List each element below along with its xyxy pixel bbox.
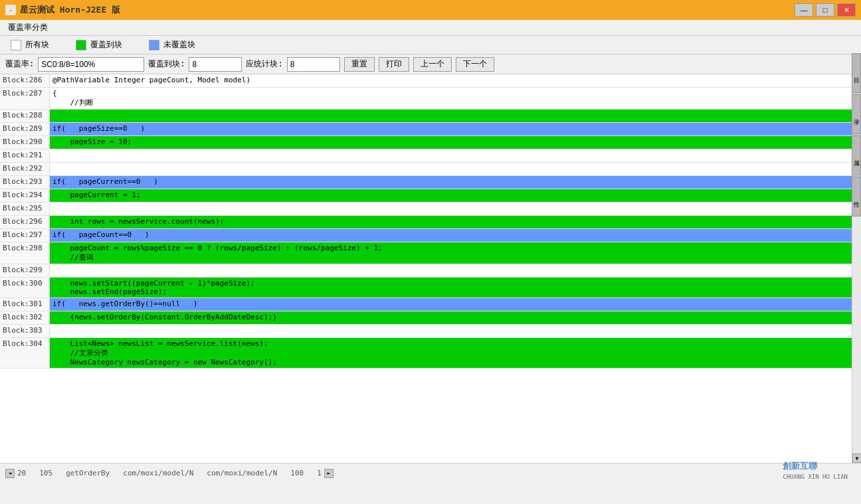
prev-button[interactable]: 上一个 bbox=[413, 57, 452, 72]
block-label: Block:290 bbox=[0, 136, 50, 149]
block-label: Block:292 bbox=[0, 163, 50, 175]
table-row: Block:293if( pageCurrent==0 ) bbox=[0, 176, 852, 189]
block-content bbox=[50, 110, 852, 122]
block-label: Block:299 bbox=[0, 264, 50, 277]
bottom-bar-item: 105 bbox=[39, 469, 52, 477]
table-row: Block:288 bbox=[0, 110, 852, 123]
table-row: Block:301if( news.getOrderBy()==null ) bbox=[0, 298, 852, 311]
block-content: if( pageSize==0 ) bbox=[50, 123, 852, 135]
block-label: Block:291 bbox=[0, 149, 50, 162]
block-content bbox=[50, 325, 852, 337]
stats-row: 覆盖率: 覆盖到块: 应统计块: 重置 打印 上一个 下一个 bbox=[0, 54, 861, 74]
covered-blocks-label: 覆盖到块: bbox=[148, 58, 185, 70]
main-area: Block:286@PathVariable Integer pageCount… bbox=[0, 74, 861, 463]
bottom-bar-item: com/moxi/model/N bbox=[123, 469, 193, 477]
legend-all-label: 所有块 bbox=[25, 39, 49, 50]
block-label: Block:295 bbox=[0, 203, 50, 215]
scroll-left-btn[interactable]: ◄ bbox=[5, 469, 15, 478]
covered-blocks-input[interactable] bbox=[189, 57, 242, 72]
table-row: Block:304 List<News> newsList = newsServ… bbox=[0, 338, 852, 369]
block-label: Block:296 bbox=[0, 216, 50, 228]
block-content bbox=[50, 149, 852, 162]
legend-covered-blocks: 覆盖到块 bbox=[76, 39, 122, 50]
table-row: Block:295 bbox=[0, 203, 852, 216]
total-blocks-label: 应统计块: bbox=[246, 58, 282, 70]
block-content bbox=[50, 264, 852, 277]
block-label: Block:301 bbox=[0, 298, 50, 311]
block-label: Block:294 bbox=[0, 189, 50, 202]
block-content: if( news.getOrderBy()==null ) bbox=[50, 298, 852, 311]
block-label: Block:302 bbox=[0, 311, 50, 324]
legend-box-green bbox=[76, 40, 86, 50]
print-button[interactable]: 打印 bbox=[379, 57, 409, 72]
block-label: Block:303 bbox=[0, 325, 50, 337]
table-row: Block:296 int rows = newsService.count(n… bbox=[0, 216, 852, 229]
block-content: @PathVariable Integer pageCount, Model m… bbox=[50, 74, 852, 87]
table-row: Block:292 bbox=[0, 163, 852, 176]
table-row: Block:286@PathVariable Integer pageCount… bbox=[0, 74, 852, 88]
edge-btn-1[interactable]: 录 bbox=[852, 94, 861, 134]
legend-all-blocks: 所有块 bbox=[11, 39, 49, 50]
edge-btn-2[interactable]: 属 bbox=[852, 135, 861, 175]
legend-covered-label: 覆盖到块 bbox=[90, 39, 122, 50]
edge-btn-0[interactable]: 目 bbox=[852, 53, 861, 93]
right-edge-panel: 目 录 属 性 bbox=[852, 53, 861, 216]
block-label: Block:300 bbox=[0, 278, 50, 297]
bottom-bar-item: getOrderBy bbox=[66, 469, 110, 477]
legend-box-blue bbox=[149, 40, 159, 50]
coverage-rate-label: 覆盖率: bbox=[5, 58, 34, 70]
table-row: Block:302 {news.setOrderBy(Constant.Orde… bbox=[0, 311, 852, 325]
app-icon: ✦ bbox=[5, 5, 16, 15]
block-content bbox=[50, 163, 852, 175]
bottom-bar-item: 100 bbox=[290, 469, 304, 477]
scroll-down-btn[interactable]: ▼ bbox=[852, 454, 861, 463]
block-content: List<News> newsList = newsService.list(n… bbox=[50, 338, 852, 368]
block-label: Block:298 bbox=[0, 242, 50, 264]
minimize-button[interactable]: — bbox=[795, 3, 813, 17]
code-panel[interactable]: Block:286@PathVariable Integer pageCount… bbox=[0, 74, 852, 463]
close-button[interactable]: ✕ bbox=[837, 3, 856, 17]
table-row: Block:287{ //判断 bbox=[0, 88, 852, 110]
table-row: Block:294 pageCurrent = 1; bbox=[0, 189, 852, 203]
block-content: int rows = newsService.count(news); bbox=[50, 216, 852, 228]
menu-item-coverage[interactable]: 覆盖率分类 bbox=[3, 21, 53, 35]
legend-box-white bbox=[11, 40, 21, 50]
block-label: Block:287 bbox=[0, 88, 50, 109]
block-label: Block:293 bbox=[0, 176, 50, 189]
table-row: Block:289if( pageSize==0 ) bbox=[0, 123, 852, 136]
block-content: news.setStart((pageCurrent - 1)*pageSize… bbox=[50, 278, 852, 297]
maximize-button[interactable]: □ bbox=[816, 3, 834, 17]
watermark: 創新互聯 CHUANG XIN HU LIAN bbox=[783, 460, 848, 481]
legend-uncovered-label: 未覆盖块 bbox=[163, 39, 195, 50]
block-content bbox=[50, 203, 852, 215]
window-controls: — □ ✕ bbox=[795, 3, 856, 17]
coverage-rate-input[interactable] bbox=[38, 57, 144, 72]
block-label: Block:288 bbox=[0, 110, 50, 122]
scroll-right-btn[interactable]: ► bbox=[324, 469, 334, 478]
table-row: Block:303 bbox=[0, 325, 852, 338]
bottom-bar: ◄ 20105getOrderBycom/moxi/model/Ncom/mox… bbox=[0, 463, 861, 483]
block-label: Block:286 bbox=[0, 74, 50, 87]
app-title: 星云测试 Horn-J2EE 版 bbox=[20, 4, 120, 16]
block-content: if( pageCurrent==0 ) bbox=[50, 176, 852, 189]
menu-bar: 覆盖率分类 bbox=[0, 20, 861, 36]
bottom-bar-item: 20 bbox=[17, 469, 26, 477]
legend-uncovered-blocks: 未覆盖块 bbox=[149, 39, 195, 50]
block-content: pageSize = 10; bbox=[50, 136, 852, 149]
legend-row: 所有块 覆盖到块 未覆盖块 bbox=[0, 36, 861, 54]
block-content: {news.setOrderBy(Constant.OrderByAddDate… bbox=[50, 311, 852, 324]
table-row: Block:290 pageSize = 10; bbox=[0, 136, 852, 149]
block-content: pageCount = rows%pageSize == 0 ? (rows/p… bbox=[50, 242, 852, 264]
block-label: Block:297 bbox=[0, 229, 50, 242]
reset-button[interactable]: 重置 bbox=[344, 57, 375, 72]
table-row: Block:297if( pageCount==0 ) bbox=[0, 229, 852, 242]
bottom-scroll: 20105getOrderBycom/moxi/model/Ncom/moxi/… bbox=[17, 469, 322, 477]
table-row: Block:291 bbox=[0, 149, 852, 163]
next-button[interactable]: 下一个 bbox=[456, 57, 494, 72]
title-bar: ✦ 星云测试 Horn-J2EE 版 — □ ✕ bbox=[0, 0, 861, 20]
block-label: Block:289 bbox=[0, 123, 50, 135]
edge-btn-3[interactable]: 性 bbox=[852, 177, 861, 216]
block-content: if( pageCount==0 ) bbox=[50, 229, 852, 242]
title-bar-left: ✦ 星云测试 Horn-J2EE 版 bbox=[5, 4, 120, 16]
total-blocks-input[interactable] bbox=[287, 57, 340, 72]
